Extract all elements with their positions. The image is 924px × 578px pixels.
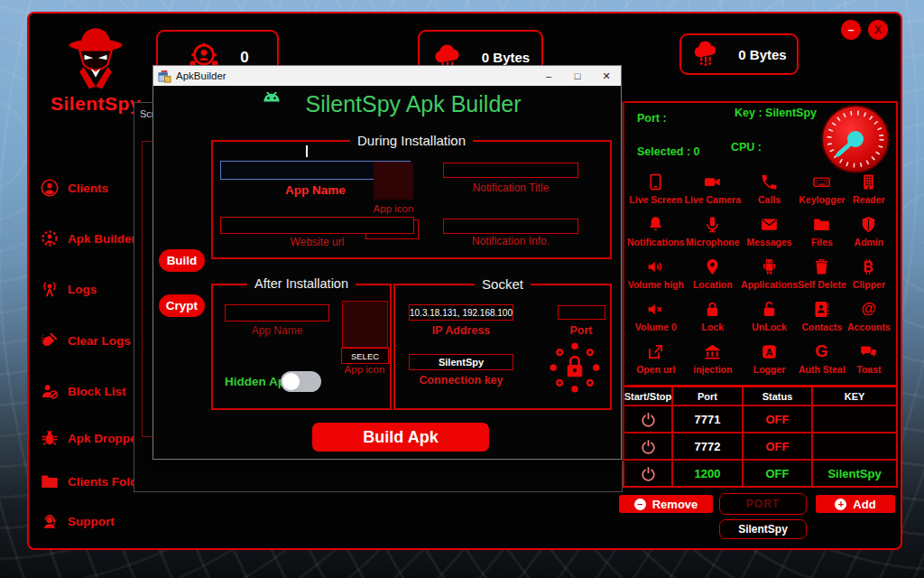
sidebar-item-logs[interactable]: Logs (40, 278, 97, 300)
feature-volume-high[interactable]: Volume high (627, 253, 685, 295)
ip-address-input[interactable] (409, 304, 513, 321)
feature-lock[interactable]: Lock (685, 294, 741, 337)
feature-messages[interactable]: Messages (741, 210, 798, 253)
clear-logs-icon (40, 331, 60, 350)
port-input[interactable] (719, 493, 807, 515)
feature-accounts[interactable]: Accounts (846, 294, 892, 337)
feature-keylogger[interactable]: Keylogger (798, 168, 846, 210)
port-cell: 7772 (673, 434, 744, 461)
volume-high-icon (646, 257, 665, 276)
android-icon (760, 257, 779, 276)
website-url-input[interactable] (220, 217, 414, 234)
encryption-lock-icon (547, 340, 603, 396)
builder-heading-text: SilentSpy Apk Builder (305, 91, 521, 117)
sidebar-item-clear-logs[interactable]: Clear Logs (40, 330, 131, 351)
sidebar-label: Apk Dropper (68, 432, 142, 445)
after-app-name-label: App Name (225, 324, 329, 337)
build-button[interactable]: Build (159, 249, 205, 272)
website-url-label: Website url (220, 236, 414, 248)
table-row-power (624, 461, 673, 486)
notification-title-input[interactable] (443, 163, 578, 178)
sidebar-item-clients[interactable]: Clients (40, 177, 108, 199)
feature-notifications[interactable]: Notifications (627, 210, 685, 253)
video-camera-icon (703, 172, 722, 191)
col-header: Status (744, 387, 813, 406)
feature-live-screen[interactable]: Live Screen (627, 168, 685, 210)
socket-port-label: Port (549, 324, 614, 337)
after-app-icon-label: App icon (335, 364, 394, 375)
clients-count: 0 (240, 49, 248, 67)
feature-auth-steal[interactable]: Auth Steal (798, 337, 846, 379)
feature-volume-0[interactable]: Volume 0 (627, 294, 685, 337)
hidden-app-toggle[interactable] (281, 371, 321, 392)
power-button[interactable] (624, 406, 671, 432)
desktop: SilentSpy Clients Apk Builder Logs Clear… (0, 0, 924, 578)
connection-key-label: Connection key (409, 374, 513, 387)
feature-injection[interactable]: injection (685, 337, 741, 379)
power-button[interactable] (624, 434, 671, 459)
status-cell: OFF (744, 461, 813, 486)
key-cell (813, 406, 896, 434)
feature-clipper[interactable]: Clipper (846, 253, 892, 295)
feature-microphone[interactable]: Microphone (685, 210, 741, 253)
close-button[interactable]: X (868, 20, 888, 40)
feature-calls[interactable]: Calls (741, 168, 798, 210)
group-after-installation: After Installation App Name SELEC App ic… (211, 284, 392, 410)
phone-icon (760, 172, 779, 191)
android-head-icon (253, 92, 291, 117)
sidebar-item-clients-folder[interactable]: Clients Folder (40, 471, 149, 492)
clients-icon (40, 178, 60, 198)
spy-logo-icon (56, 23, 135, 91)
notification-info-input[interactable] (443, 219, 578, 234)
folder-icon (812, 215, 831, 234)
feature-reader[interactable]: Reader (846, 168, 892, 210)
feature-self-delete[interactable]: Self Delete (798, 253, 846, 295)
feature-location[interactable]: Location (685, 253, 741, 295)
sidebar-item-apk-dropper[interactable]: Apk Dropper (40, 427, 142, 449)
sidebar-label: Block List (68, 385, 126, 398)
socket-port-input[interactable] (558, 305, 605, 320)
build-apk-button[interactable]: Build Apk (312, 423, 489, 452)
builder-close-button[interactable]: ✕ (592, 66, 621, 86)
support-icon (40, 511, 60, 531)
feature-open-url[interactable]: Open url (627, 337, 685, 379)
feature-contacts[interactable]: Contacts (798, 294, 846, 337)
unlock-icon (760, 300, 779, 319)
feature-logger[interactable]: Logger (741, 337, 798, 379)
builder-maximize-button[interactable]: □ (563, 66, 592, 86)
minimize-icon: – (848, 23, 855, 36)
crypt-button[interactable]: Crypt (159, 294, 205, 317)
apk-builder-window: ApkBuilder – □ ✕ SilentSpy Apk Builder D… (153, 66, 621, 459)
feature-grid: Live Screen Live Camera Calls Keylogger … (627, 168, 892, 379)
feature-toast[interactable]: Toast (846, 337, 892, 379)
power-button[interactable] (624, 461, 671, 486)
lock-icon (703, 300, 722, 319)
feature-unlock[interactable]: UnLock (741, 294, 798, 337)
apk-builder-icon (40, 228, 60, 248)
feature-admin[interactable]: Admin (846, 210, 892, 253)
logs-icon (40, 279, 60, 299)
feature-live-camera[interactable]: Live Camera (685, 168, 741, 210)
builder-titlebar[interactable]: ApkBuilder – □ ✕ (153, 66, 621, 86)
upload-counter: 0 Bytes (679, 33, 799, 75)
feature-files[interactable]: Files (798, 210, 846, 253)
feature-applications[interactable]: Applications (741, 253, 798, 295)
remove-port-button[interactable]: – Remove (619, 495, 713, 513)
apk-dropper-icon (40, 428, 60, 448)
download-value: 0 Bytes (482, 50, 530, 65)
status-cell: OFF (744, 406, 813, 434)
minimize-button[interactable]: – (841, 20, 861, 40)
builder-minimize-button[interactable]: – (534, 66, 563, 86)
connection-key-input[interactable] (409, 354, 513, 370)
sidebar-item-apk-builder[interactable]: Apk Builder (40, 228, 136, 249)
sidebar-item-support[interactable]: Support (40, 510, 115, 532)
external-link-icon (646, 342, 665, 361)
sidebar-label: Clients (68, 182, 108, 195)
sidebar-item-block-list[interactable]: Block List (40, 380, 126, 402)
after-select-icon-button[interactable]: SELEC (341, 348, 389, 364)
add-port-button[interactable]: + Add (816, 495, 895, 513)
builder-heading: SilentSpy Apk Builder (153, 91, 621, 117)
group-socket: Socket IP Address Port Connection key (393, 284, 612, 410)
key-input[interactable] (719, 519, 807, 539)
after-app-name-input[interactable] (225, 304, 329, 322)
